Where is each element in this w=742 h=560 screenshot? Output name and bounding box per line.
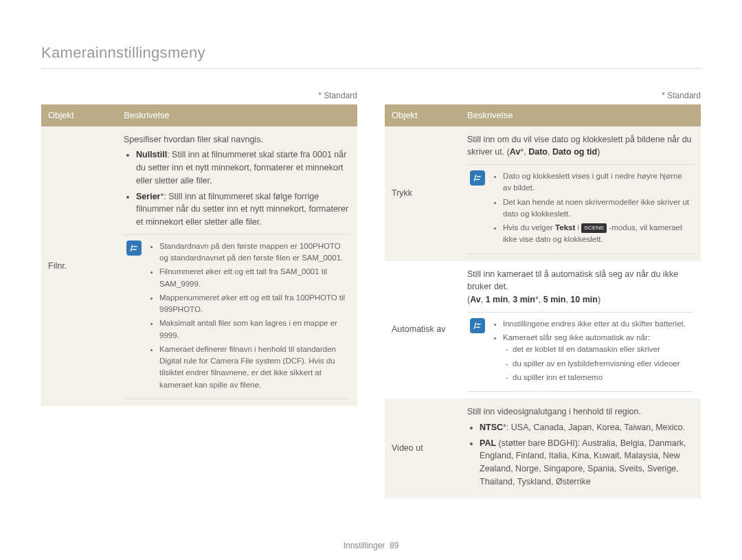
list-item: Det kan hende at noen skrivermodeller ik… [503,197,691,221]
opt-3min: 3 min [513,295,535,304]
trykk-notes-list: Dato og klokkeslett vises i gult i nedre… [503,170,691,248]
text: Kameraet slår seg ikke automatisk av når… [503,333,650,341]
opt-dato: Dato [528,147,548,157]
text: *: USA, Canada, Japan, Korea, Taiwan, Me… [503,423,685,432]
auto-options: (Av, 1 min, 3 min*, 5 min, 10 min) [467,293,694,306]
auto-intro: Still inn kameraet til å automatisk slå … [467,268,694,294]
list-item: Filnummeret øker ett og ett tall fra SAM… [159,266,348,290]
opt-1min: 1 min [486,295,508,304]
bold-pal: PAL [480,438,496,448]
col-header-beskrivelse: Beskrivelse [460,104,701,126]
list-item: Kameraet slår seg ikke automatisk av når… [503,332,686,383]
filnr-options: Nullstill: Still inn at filnummeret skal… [136,148,350,229]
bold-ntsc: NTSC [480,423,503,432]
automatisk-av-label: Automatisk av [385,261,460,399]
right-column: * Standard Objekt Beskrivelse Trykk Stil… [385,89,701,498]
sep: , [539,295,543,304]
opt-av: Av [510,147,521,157]
video-opt-pal: PAL (støtter bare BDGHI): Australia, Bel… [480,437,694,489]
row-filnr: Filnr. Spesifiser hvordan filer skal nav… [41,126,357,406]
sep: , [548,147,552,157]
opt-av: Av [470,295,481,304]
trykk-intro: Still inn om du vil vise dato og klokkes… [467,133,694,159]
left-column: * Standard Objekt Beskrivelse Filnr. Spe… [41,89,357,498]
list-item: Mappenummeret øker ett og ett tall fra 1… [159,292,348,316]
table-header-row: Objekt Beskrivelse [41,104,357,126]
filnr-desc: Spesifiser hvordan filer skal navngis. N… [117,126,357,406]
trykk-label: Trykk [385,126,460,261]
list-item: Standardnavn på den første mappen er 100… [159,240,348,265]
row-trykk: Trykk Still inn om du vil vise dato og k… [385,126,701,261]
trykk-note-box: Dato og klokkeslett vises i gult i nedre… [467,164,694,254]
filnr-intro: Spesifiser hvordan filer skal navngis. [124,133,350,146]
list-item: det er koblet til en datamaskin eller sk… [513,344,686,355]
note-icon [470,170,485,186]
bold-nullstill: Nullstill [136,150,167,159]
text: *: Still inn at filnummeret skal følge f… [136,192,348,227]
footer-page-number: 89 [390,541,398,550]
list-item: du spiller inn et talememo [513,372,686,383]
bold-serier: Serier [136,192,160,201]
sub-list: det er koblet til en datamaskin eller sk… [513,344,686,383]
settings-table-left: Objekt Beskrivelse Filnr. Spesifiser hvo… [41,104,357,406]
video-opt-ntsc: NTSC*: USA, Canada, Japan, Korea, Taiwan… [480,421,694,434]
auto-notes-list: Innstillingene endres ikke etter at du s… [503,318,686,385]
scene-icon: SCENE [581,223,607,233]
standard-note-right: * Standard [385,89,701,102]
footer-section: Innstillinger [344,541,385,550]
automatisk-av-desc: Still inn kameraet til å automatisk slå … [460,261,701,399]
filnr-note-box: Standardnavn på den første mappen er 100… [124,234,350,399]
trykk-desc: Still inn om du vil vise dato og klokkes… [460,126,701,261]
note-icon [470,318,485,333]
close: ) [597,147,600,157]
bold-tekst: Tekst [555,223,575,232]
text: i [575,223,581,232]
row-automatisk-av: Automatisk av Still inn kameraet til å a… [385,261,701,399]
list-item: du spiller av en lysbildefremvisning ell… [513,358,686,370]
page-footer: Innstillinger 89 [0,539,742,552]
list-item: Kameraet definerer filnavn i henhold til… [159,344,348,391]
row-video-ut: Video ut Still inn videosignalutgang i h… [385,399,701,498]
note-icon [126,240,142,256]
page-title: Kamerainnstillingsmeny [41,41,701,69]
table-header-row: Objekt Beskrivelse [385,104,701,126]
video-intro: Still inn videosignalutgang i henhold ti… [467,405,694,418]
text: (støtter bare BDGHI): Australia, Belgia,… [480,438,686,486]
filnr-label: Filnr. [41,126,117,406]
paren-close: ) [598,295,600,304]
filnr-opt-nullstill: Nullstill: Still inn at filnummeret skal… [136,148,350,187]
video-ut-desc: Still inn videosignalutgang i henhold ti… [460,399,701,498]
list-item: Dato og klokkeslett vises i gult i nedre… [503,170,691,194]
sep: , [481,295,486,304]
opt-5min: 5 min [543,295,566,304]
list-item: Hvis du velger Tekst i SCENE -modus, vil… [503,222,691,246]
standard-note-left: * Standard [41,89,357,102]
video-ut-label: Video ut [385,399,460,498]
video-options: NTSC*: USA, Canada, Japan, Korea, Taiwan… [480,421,694,489]
filnr-opt-serier: Serier*: Still inn at filnummeret skal f… [136,190,350,229]
opt-dato-tid: Dato og tid [552,147,597,157]
list-item: Maksimalt antall filer som kan lagres i … [159,317,348,341]
col-header-beskrivelse: Beskrivelse [117,104,357,126]
col-header-objekt: Objekt [41,104,117,126]
list-item: Innstillingene endres ikke etter at du s… [503,318,686,330]
filnr-notes-list: Standardnavn på den første mappen er 100… [159,240,348,393]
content-columns: * Standard Objekt Beskrivelse Filnr. Spe… [41,89,701,498]
opt-10min: 10 min [570,295,598,304]
text: Hvis du velger [503,223,555,232]
text: : Still inn at filnummeret skal starte f… [136,150,346,186]
settings-table-right: Objekt Beskrivelse Trykk Still inn om du… [385,104,701,498]
col-header-objekt: Objekt [385,104,460,126]
auto-note-box: Innstillingene endres ikke etter at du s… [467,312,694,392]
